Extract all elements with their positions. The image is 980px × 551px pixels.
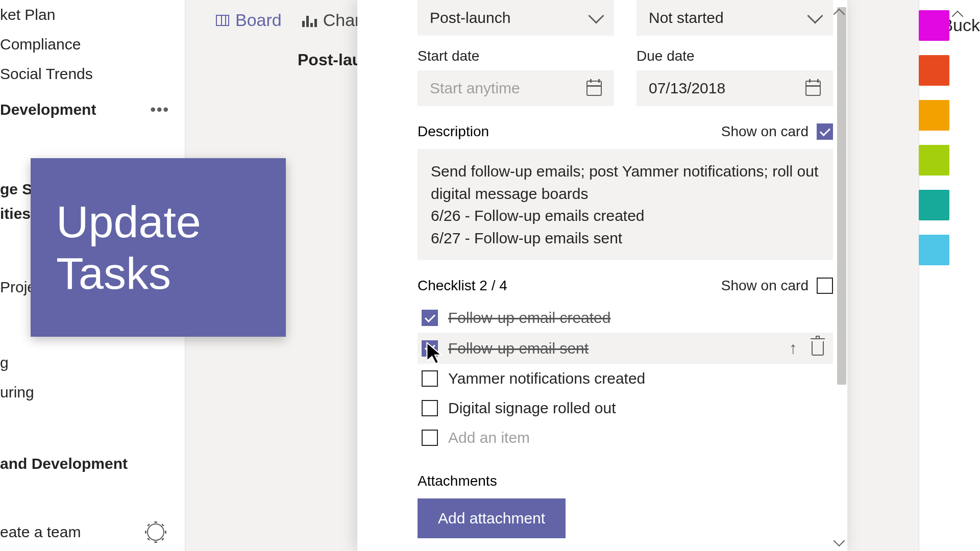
checklist-item-text: Follow-up email created bbox=[448, 309, 829, 327]
bucket-select[interactable]: Post-launch bbox=[418, 0, 614, 36]
show-on-card-label: Show on card bbox=[721, 123, 808, 140]
checkbox-checked-icon[interactable] bbox=[817, 123, 833, 140]
checkbox-checked-icon[interactable] bbox=[422, 340, 438, 357]
chevron-down-icon bbox=[807, 8, 823, 23]
promote-icon[interactable]: ↑ bbox=[789, 339, 797, 358]
checklist-item-text: Follow-up email sent bbox=[448, 340, 779, 357]
attachments-label: Attachments bbox=[418, 473, 833, 489]
label-color-teal[interactable] bbox=[919, 190, 949, 220]
description-show-on-card[interactable]: Show on card bbox=[721, 123, 833, 140]
checkbox-icon[interactable] bbox=[817, 278, 833, 294]
start-date-input[interactable]: Start anytime bbox=[418, 70, 614, 106]
start-date-placeholder: Start anytime bbox=[430, 80, 520, 97]
checkbox-icon[interactable] bbox=[422, 400, 438, 416]
status-select-value: Not started bbox=[649, 9, 724, 27]
sidebar-group-label: Development bbox=[0, 101, 96, 118]
tab-label: Board bbox=[235, 10, 282, 30]
checklist-item[interactable]: Follow-up email sent ↑ bbox=[418, 333, 833, 364]
calendar-icon bbox=[805, 81, 821, 96]
label-color-sky[interactable] bbox=[919, 235, 949, 265]
checklist-add-item[interactable]: Add an item bbox=[418, 423, 833, 453]
sidebar-group[interactable]: and Development bbox=[0, 443, 185, 477]
due-date-label: Due date bbox=[636, 48, 833, 64]
label-color-red[interactable] bbox=[919, 55, 949, 86]
checklist-show-on-card[interactable]: Show on card bbox=[721, 278, 833, 294]
scrollbar-thumb[interactable] bbox=[837, 7, 846, 385]
tab-charts[interactable]: Chart bbox=[302, 10, 365, 30]
more-icon[interactable]: ••• bbox=[150, 101, 169, 118]
sidebar-group-development[interactable]: Development ••• bbox=[0, 89, 185, 122]
checklist-item[interactable]: Follow-up email created bbox=[418, 303, 833, 333]
chevron-down-icon bbox=[588, 8, 604, 23]
add-attachment-button[interactable]: Add attachment bbox=[418, 498, 566, 538]
chart-icon bbox=[302, 14, 317, 27]
task-detail-panel: Post-launch Not started Start date Start… bbox=[357, 0, 847, 551]
gear-icon[interactable] bbox=[147, 523, 164, 541]
label-color-orange[interactable] bbox=[919, 100, 949, 131]
label-color-lime[interactable] bbox=[919, 145, 949, 176]
sidebar-item[interactable]: Compliance bbox=[0, 30, 185, 59]
status-select[interactable]: Not started bbox=[636, 0, 833, 36]
trash-icon[interactable] bbox=[812, 341, 824, 356]
due-date-value: 07/13/2018 bbox=[649, 80, 725, 97]
checklist-item[interactable]: Yammer notifications created bbox=[418, 364, 833, 393]
checkbox-icon[interactable] bbox=[422, 370, 438, 387]
create-team-link[interactable]: eate a team bbox=[0, 523, 81, 541]
sidebar-item[interactable]: g bbox=[0, 348, 185, 378]
callout-text: Update Tasks bbox=[56, 196, 286, 299]
description-label: Description bbox=[418, 123, 489, 140]
scroll-down-icon[interactable] bbox=[834, 535, 845, 547]
due-date-input[interactable]: 07/13/2018 bbox=[636, 70, 833, 106]
board-icon bbox=[216, 15, 229, 26]
checklist: Follow-up email created Follow-up email … bbox=[418, 303, 833, 453]
bucket-select-value: Post-launch bbox=[430, 9, 510, 27]
start-date-label: Start date bbox=[418, 48, 614, 64]
calendar-icon bbox=[586, 81, 602, 96]
show-on-card-label: Show on card bbox=[721, 278, 808, 294]
checklist-item[interactable]: Digital signage rolled out bbox=[418, 393, 833, 423]
label-color-rail: Buck bbox=[919, 0, 980, 551]
tutorial-callout: Update Tasks bbox=[31, 158, 286, 337]
checkbox-icon bbox=[422, 430, 438, 446]
description-textarea[interactable]: Send follow-up emails; post Yammer notif… bbox=[418, 149, 833, 260]
sidebar-item[interactable]: Social Trends bbox=[0, 59, 185, 89]
checklist-item-text: Yammer notifications created bbox=[448, 370, 829, 387]
sidebar-item[interactable]: uring bbox=[0, 378, 185, 407]
checklist-label: Checklist 2 / 4 bbox=[418, 278, 507, 294]
sidebar-item[interactable]: ket Plan bbox=[0, 0, 185, 30]
checkbox-checked-icon[interactable] bbox=[422, 310, 438, 326]
tab-board[interactable]: Board bbox=[216, 10, 282, 30]
checklist-item-text: Digital signage rolled out bbox=[448, 399, 829, 417]
label-color-magenta[interactable] bbox=[919, 10, 949, 41]
add-item-placeholder: Add an item bbox=[448, 429, 829, 446]
